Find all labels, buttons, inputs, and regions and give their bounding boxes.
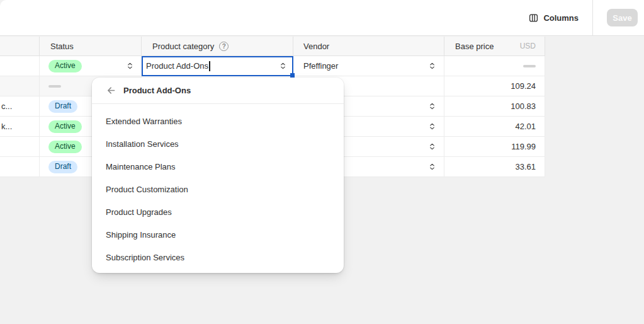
- product-name-cell: k...: [0, 117, 40, 136]
- product-name-cell: [0, 76, 40, 96]
- base-price-cell[interactable]: 33.61: [444, 157, 545, 176]
- category-options-list: Extended WarrantiesInstallation Services…: [92, 104, 344, 273]
- vendor-cell[interactable]: Pfeffinger: [293, 56, 444, 76]
- base-price-value: 100.83: [511, 101, 536, 111]
- popover-header: Product Add-Ons: [92, 78, 344, 104]
- arrow-left-icon: [106, 85, 116, 96]
- caret-updown-icon: [428, 163, 436, 171]
- category-option[interactable]: Product Upgrades: [92, 201, 344, 224]
- base-price-cell[interactable]: 42.01: [444, 117, 545, 136]
- topbar: Columns Save: [0, 0, 644, 36]
- status-badge: Active: [48, 141, 82, 153]
- popover-title: Product Add-Ons: [123, 86, 191, 95]
- help-icon[interactable]: ?: [219, 42, 229, 51]
- product-category-cell[interactable]: Product Add-Ons: [142, 56, 293, 76]
- header-status-label: Status: [50, 42, 74, 51]
- category-option[interactable]: Extended Warranties: [92, 110, 344, 133]
- save-button[interactable]: Save: [607, 9, 638, 26]
- status-badge: Draft: [48, 100, 77, 113]
- base-price-value: 33.61: [515, 162, 536, 171]
- caret-updown-icon: [428, 122, 436, 130]
- header-vendor: Vendor: [293, 37, 444, 55]
- header-base-price: Base price USD: [444, 37, 545, 55]
- header-product-category: Product category ?: [142, 37, 293, 55]
- vendor-value: Pfeffinger: [303, 61, 338, 71]
- product-category-value: Product Add-Ons: [146, 61, 208, 71]
- category-option[interactable]: Subscription Services: [92, 246, 344, 269]
- base-price-value: 109.24: [511, 81, 536, 91]
- base-price-cell[interactable]: 119.99: [444, 137, 545, 156]
- category-option[interactable]: Product Customization: [92, 178, 344, 201]
- currency-label: USD: [520, 42, 536, 50]
- header-product-category-label: Product category: [152, 42, 214, 51]
- empty-value-dash: [523, 65, 536, 67]
- caret-updown-icon: [279, 62, 287, 70]
- base-price-value: 42.01: [515, 122, 536, 131]
- base-price-cell[interactable]: 109.24: [444, 76, 545, 96]
- columns-button[interactable]: Columns: [523, 8, 585, 28]
- category-option[interactable]: Installation Services: [92, 133, 344, 156]
- category-option[interactable]: Shipping Insurance: [92, 224, 344, 246]
- header-vendor-label: Vendor: [303, 42, 329, 51]
- status-badge: Draft: [48, 161, 77, 173]
- status-badge: Active: [48, 120, 82, 133]
- empty-value-dash: [48, 85, 61, 88]
- table-row: ActiveProduct Add-OnsPfeffinger: [0, 56, 545, 76]
- text-cursor: [209, 61, 210, 71]
- base-price-value: 119.99: [511, 142, 536, 151]
- base-price-cell[interactable]: [444, 56, 545, 76]
- product-name-cell: [0, 137, 40, 156]
- caret-updown-icon: [428, 102, 436, 110]
- topbar-divider: [592, 0, 593, 35]
- status-badge: Active: [48, 60, 82, 72]
- caret-updown-icon: [428, 142, 436, 151]
- columns-button-label: Columns: [543, 13, 579, 23]
- bulk-editor-screen: Columns Save Status Product category ? V…: [0, 0, 644, 324]
- back-button[interactable]: [106, 85, 116, 96]
- product-name-cell: [0, 56, 40, 76]
- header-status: Status: [40, 37, 142, 55]
- header-base-price-label: Base price: [455, 42, 494, 51]
- topbar-actions: Columns Save: [523, 0, 644, 35]
- category-option[interactable]: Maintenance Plans: [92, 156, 344, 178]
- fill-handle[interactable]: [290, 73, 295, 78]
- base-price-cell[interactable]: 100.83: [444, 96, 545, 116]
- columns-icon: [529, 13, 538, 23]
- table-header-row: Status Product category ? Vendor Base pr…: [0, 37, 545, 56]
- header-product-name: [0, 37, 40, 55]
- caret-updown-icon: [428, 62, 436, 70]
- category-popover: Product Add-Ons Extended WarrantiesInsta…: [92, 78, 344, 273]
- product-name-cell: [0, 157, 40, 176]
- status-cell[interactable]: Active: [40, 56, 142, 76]
- product-name-cell: c...: [0, 96, 40, 116]
- caret-updown-icon: [126, 62, 134, 70]
